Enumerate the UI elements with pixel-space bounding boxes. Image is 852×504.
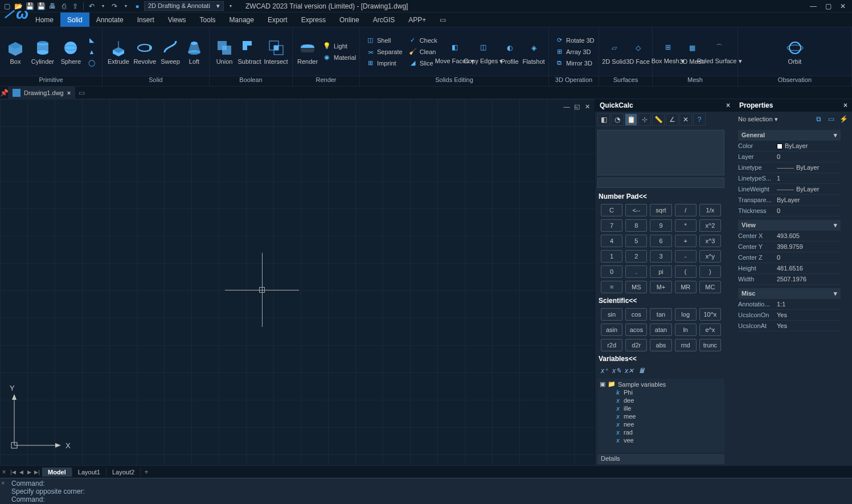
prop-cat-misc[interactable]: Misc▾ [738, 288, 841, 299]
numpad-header[interactable]: Number Pad<< [595, 191, 727, 202]
numpad-pi[interactable]: pi [650, 265, 671, 278]
layout-add-button[interactable]: + [141, 468, 152, 476]
rotate3d-button[interactable]: ⟳Rotate 3D [552, 35, 597, 46]
numpad-+[interactable]: + [675, 235, 697, 247]
torus-button[interactable]: ◯ [85, 58, 99, 68]
flatshot-button[interactable]: ◈Flatshot [522, 38, 545, 66]
sci-ln[interactable]: ln [675, 323, 697, 336]
var-dee[interactable]: xdee [599, 396, 723, 404]
cylinder-button[interactable]: Cylinder [28, 38, 57, 66]
sci-log[interactable]: log [675, 308, 697, 321]
menu-arcgis[interactable]: ArcGIS [366, 13, 402, 27]
doc-restore-button[interactable]: ◱ [572, 102, 581, 111]
sweep-button[interactable]: Sweep [159, 38, 182, 66]
subtract-button[interactable]: Subtract [237, 38, 262, 66]
check-button[interactable]: ✓Check [406, 35, 440, 46]
var-edit-button[interactable]: x✎ [611, 365, 622, 376]
variables-tree[interactable]: ▣📁Sample variables kPhixdeexillexmeexnee… [597, 379, 724, 453]
sci-sin[interactable]: sin [601, 308, 622, 321]
cone-button[interactable]: ▲ [85, 47, 99, 57]
numpad-5[interactable]: 5 [625, 235, 647, 247]
render-button[interactable]: Render [296, 38, 319, 66]
quick-select-button[interactable]: ⚡ [838, 114, 849, 124]
sci-d2r[interactable]: d2r [625, 339, 647, 351]
light-button[interactable]: 💡Light [320, 41, 358, 51]
qat-undo-drop-icon[interactable]: ▾ [99, 2, 108, 11]
numpad-MC[interactable]: MC [699, 281, 721, 293]
menu-express[interactable]: Express [294, 13, 333, 27]
prop-Width[interactable]: Width2507.1976 [738, 274, 841, 285]
qc-distance-button[interactable]: 📏 [652, 113, 665, 126]
2d-solid-button[interactable]: ▱2D Solid [603, 38, 625, 66]
box-button[interactable]: Box [3, 38, 27, 66]
numpad-8[interactable]: 8 [625, 219, 647, 232]
menu-home[interactable]: Home [28, 13, 60, 27]
tab-close-icon[interactable]: × [67, 89, 71, 96]
qc-history-button[interactable]: ◔ [611, 113, 624, 126]
select-objects-button[interactable]: ▭ [826, 114, 836, 124]
var-new-button[interactable]: x⁺ [599, 365, 610, 376]
quickcalc-scrollbar[interactable] [727, 112, 735, 465]
tab-new-button[interactable]: ▭ [76, 87, 87, 99]
sci-asin[interactable]: asin [601, 323, 622, 336]
numpad-4[interactable]: 4 [601, 235, 622, 247]
qat-redo-drop-icon[interactable]: ▾ [121, 2, 130, 11]
qat-preview-icon[interactable]: ⎙ [59, 2, 68, 11]
layout-nav-last[interactable]: ▶| [33, 467, 41, 477]
extrude-button[interactable]: Extrude [106, 38, 131, 66]
qat-ws-icon[interactable]: ● [133, 2, 142, 11]
prop-UcsIconAt[interactable]: UcsIconAtYes [738, 321, 841, 331]
sci-atan[interactable]: atan [650, 323, 671, 336]
imprint-button[interactable]: ⊞Imprint [363, 58, 405, 68]
menu-app[interactable]: APP+ [402, 13, 433, 27]
sci-cos[interactable]: cos [625, 308, 647, 321]
menu-views[interactable]: Views [161, 13, 193, 27]
toggle-pickadd-button[interactable]: ⧉ [813, 114, 824, 124]
orbit-button[interactable]: Orbit [783, 38, 808, 66]
numpad-*[interactable]: * [675, 219, 697, 232]
material-button[interactable]: ◉Material [320, 52, 358, 63]
loft-button[interactable]: Loft [183, 38, 206, 66]
menu-insert[interactable]: Insert [130, 13, 161, 27]
prop-cat-general[interactable]: General▾ [738, 130, 841, 141]
qat-more-icon[interactable]: ▾ [226, 2, 235, 11]
menu-solid[interactable]: Solid [60, 13, 89, 27]
layout-nav-prev[interactable]: ◀ [17, 467, 25, 477]
qat-undo-icon[interactable]: ↶ [87, 2, 96, 11]
var-nee[interactable]: xnee [599, 420, 723, 428]
prop-Annotatio[interactable]: Annotatio...1:1 [738, 299, 841, 310]
layout-tab-layout2[interactable]: Layout2 [106, 468, 141, 477]
prop-CenterX[interactable]: Center X493.605 [738, 231, 841, 241]
close-button[interactable]: ✕ [836, 1, 850, 11]
qat-saveall-icon[interactable]: 💾 [36, 2, 46, 11]
prop-UcsIconOn[interactable]: UcsIconOnYes [738, 310, 841, 321]
sci-r2d[interactable]: r2d [601, 339, 622, 351]
menu-tools[interactable]: Tools [193, 13, 223, 27]
numpad-/[interactable]: / [675, 204, 697, 216]
quickcalc-close-button[interactable]: × [726, 101, 730, 109]
command-close-button[interactable]: × [0, 478, 9, 504]
doc-close-button[interactable]: ✕ [583, 102, 592, 111]
prop-Thickness[interactable]: Thickness0 [738, 206, 841, 216]
numpad-1/x[interactable]: 1/x [699, 204, 721, 216]
scientific-header[interactable]: Scientific<< [595, 296, 727, 306]
numpad-([interactable]: ( [675, 265, 697, 278]
qc-help-button[interactable]: ? [693, 113, 706, 126]
mirror3d-button[interactable]: ⧉Mirror 3D [552, 58, 597, 68]
var-Phi[interactable]: kPhi [599, 388, 723, 396]
numpad-<--[interactable]: <-- [625, 204, 647, 216]
separate-button[interactable]: ⫘Separate [363, 47, 405, 57]
drawing-canvas[interactable]: — ◱ ✕ Y X [0, 99, 595, 465]
workspace-selector[interactable]: 2D Drafting & Annotati▾ [144, 1, 224, 11]
maximize-button[interactable]: ▢ [821, 1, 835, 11]
numpad-x^2[interactable]: x^2 [699, 219, 721, 232]
quickcalc-input[interactable] [597, 178, 724, 188]
numpad--[interactable]: - [675, 250, 697, 263]
union-button[interactable]: Union [213, 38, 236, 66]
numpad-0[interactable]: 0 [601, 265, 622, 278]
numpad-MR[interactable]: MR [675, 281, 697, 293]
quickcalc-details[interactable]: Details [597, 454, 724, 464]
numpad-)[interactable]: ) [699, 265, 721, 278]
layout-tab-layout1[interactable]: Layout1 [72, 468, 106, 477]
sphere-button[interactable]: Sphere [58, 38, 84, 66]
